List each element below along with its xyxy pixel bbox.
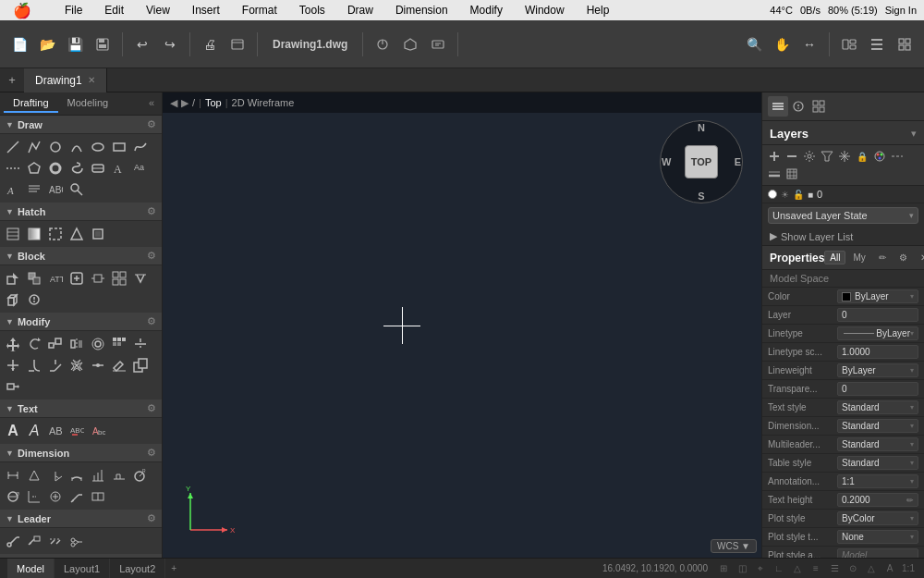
tool-textformat2[interactable]: Abc xyxy=(88,421,108,441)
view3d-button[interactable] xyxy=(398,32,422,56)
tool-move[interactable] xyxy=(3,334,23,354)
tab-drafting[interactable]: Drafting xyxy=(4,94,58,113)
section-draw-header[interactable]: ▼ Draw ⚙ xyxy=(0,116,162,134)
preview-button[interactable] xyxy=(225,32,249,56)
navigation-cube[interactable]: N S W E TOP xyxy=(660,120,743,203)
layer-settings-button[interactable] xyxy=(801,148,818,165)
units-icon[interactable]: A xyxy=(881,560,898,577)
tool-ellipse[interactable] xyxy=(88,137,108,157)
properties-settings-icon[interactable]: ⚙ xyxy=(894,251,913,264)
tool-blockpalette[interactable] xyxy=(109,268,129,289)
tool-dimradius[interactable]: R xyxy=(130,465,151,486)
tab-model[interactable]: Model xyxy=(7,559,55,579)
layer-delete-button[interactable] xyxy=(784,148,800,165)
layer-new-button[interactable] xyxy=(766,148,783,165)
tool-text-big[interactable]: A xyxy=(3,421,23,441)
edit-icon[interactable]: ✏ xyxy=(906,496,914,505)
layers-collapse-button[interactable]: ▾ xyxy=(911,128,917,140)
rp-grid-button[interactable] xyxy=(808,96,829,117)
tool-chamfer[interactable] xyxy=(45,355,66,375)
ortho-icon[interactable]: ◫ xyxy=(734,560,750,577)
tool-bedit[interactable] xyxy=(67,268,87,289)
rp-layers-button[interactable] xyxy=(768,96,788,117)
tool-mleadercollect[interactable] xyxy=(67,531,87,551)
layer-0-row[interactable]: ☀ 🔓 ■ 0 xyxy=(762,186,924,203)
tool-stretch[interactable] xyxy=(3,376,23,397)
layer-freeze-button[interactable] xyxy=(836,148,853,165)
section-hatch-gear-icon[interactable]: ⚙ xyxy=(147,205,156,217)
section-text-gear-icon[interactable]: ⚙ xyxy=(147,402,156,414)
drawing-tab[interactable]: Drawing1 ✕ xyxy=(24,68,107,92)
menu-tools[interactable]: Tools xyxy=(294,2,331,18)
tool-dimangle[interactable] xyxy=(45,465,66,486)
layer-visibility-dot[interactable] xyxy=(768,190,777,199)
prop-value[interactable]: Standard▾ xyxy=(837,400,918,414)
tool-rotate[interactable] xyxy=(24,334,44,354)
tool-dimdiameter[interactable]: Ø xyxy=(3,486,23,507)
zoom-extents-button[interactable]: 🔍 xyxy=(742,32,766,56)
dynamic-input-icon[interactable]: △ xyxy=(789,560,806,577)
section-modify-header[interactable]: ▼ Modify ⚙ xyxy=(0,313,162,331)
tool-text-italic[interactable]: A xyxy=(24,421,44,441)
tool-scale[interactable] xyxy=(45,334,66,354)
show-layer-list-button[interactable]: ▶ Show Layer List xyxy=(762,228,924,245)
tool-mirror[interactable] xyxy=(67,334,87,354)
layer-lock-button[interactable]: 🔒 xyxy=(854,148,870,165)
tool-spell[interactable]: ABC xyxy=(45,179,66,200)
tool-spline[interactable] xyxy=(130,137,151,157)
wcs-badge[interactable]: WCS ▼ xyxy=(711,539,757,553)
properties-palette-button[interactable] xyxy=(865,32,889,56)
tool-circle[interactable] xyxy=(45,137,66,157)
properties-all-button[interactable]: All xyxy=(824,251,845,264)
undo-button[interactable]: ↩ xyxy=(130,32,154,56)
tool-dimcontinue[interactable] xyxy=(109,465,129,486)
tool-blockref[interactable] xyxy=(3,289,23,310)
tool-purge[interactable] xyxy=(130,268,151,289)
section-leader-gear-icon[interactable]: ⚙ xyxy=(147,512,156,524)
polar-tracking-icon[interactable]: ⌖ xyxy=(752,560,769,577)
tool-block-create[interactable] xyxy=(24,268,44,289)
section-table-header[interactable]: ▼ Table ⚙ xyxy=(0,554,162,558)
tool-erase[interactable] xyxy=(109,355,129,375)
menu-help[interactable]: Help xyxy=(581,2,615,18)
tool-mtext[interactable]: Aa xyxy=(130,158,151,178)
toolpalette-button[interactable] xyxy=(893,32,917,56)
tool-gradient[interactable] xyxy=(24,224,44,244)
menu-edit[interactable]: Edit xyxy=(99,2,129,18)
layer-color-button[interactable] xyxy=(871,148,888,165)
workspace-status-icon[interactable]: 1:1 xyxy=(900,560,917,577)
menu-window[interactable]: Window xyxy=(519,2,570,18)
tool-polyline[interactable] xyxy=(24,137,44,157)
apple-menu[interactable]: 🍎 xyxy=(7,0,37,21)
tool-hatch[interactable] xyxy=(3,224,23,244)
tool-xline[interactable] xyxy=(3,158,23,178)
tool-line[interactable] xyxy=(3,137,23,157)
prop-value[interactable]: None▾ xyxy=(837,530,918,544)
save-button[interactable]: 💾 xyxy=(63,32,87,56)
section-block-gear-icon[interactable]: ⚙ xyxy=(147,250,156,262)
lineweight-icon[interactable]: ≡ xyxy=(808,560,824,577)
tool-qleader[interactable] xyxy=(3,531,23,551)
section-block-header[interactable]: ▼ Block ⚙ xyxy=(0,247,162,265)
tool-dimarc[interactable] xyxy=(67,465,87,486)
tool-donut[interactable] xyxy=(45,158,66,178)
selection-cycling-icon[interactable]: ⊙ xyxy=(845,560,861,577)
tool-tolerance[interactable] xyxy=(88,486,108,507)
tool-find[interactable] xyxy=(67,179,87,200)
tool-blockedit2[interactable] xyxy=(24,289,44,310)
tool-copy[interactable] xyxy=(130,355,151,375)
layer-plot-button[interactable] xyxy=(784,166,800,182)
add-drawing-button[interactable]: + xyxy=(0,68,24,92)
tool-explode[interactable] xyxy=(67,355,87,375)
object-snap-icon[interactable]: ∟ xyxy=(771,560,787,577)
plot-button[interactable] xyxy=(371,32,395,56)
tool-offset[interactable] xyxy=(88,334,108,354)
tab-modeling[interactable]: Modeling xyxy=(58,94,118,113)
tool-xref[interactable] xyxy=(88,268,108,289)
tool-leader[interactable] xyxy=(67,486,87,507)
section-dimension-header[interactable]: ▼ Dimension ⚙ xyxy=(0,444,162,462)
section-draw-gear-icon[interactable]: ⚙ xyxy=(147,118,156,130)
tool-dimordinate[interactable] xyxy=(24,486,44,507)
prop-value[interactable]: Standard▾ xyxy=(837,437,918,451)
prop-value[interactable]: Standard▾ xyxy=(837,419,918,433)
